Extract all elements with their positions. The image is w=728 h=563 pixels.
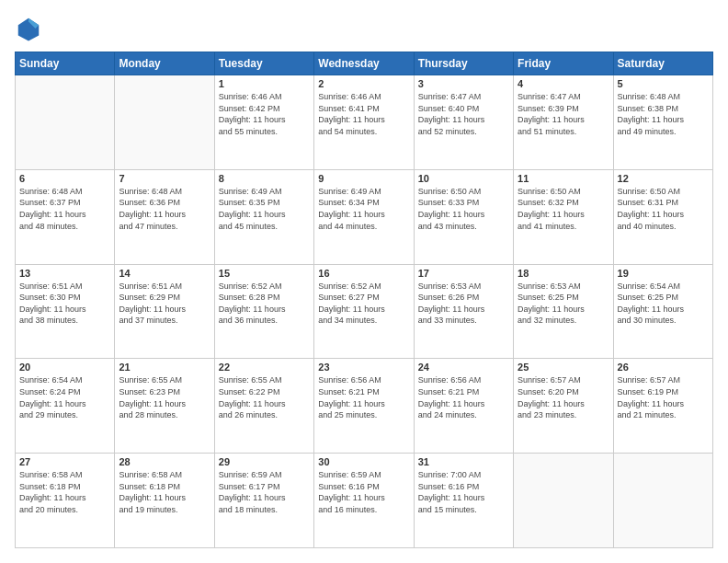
calendar-cell: 22Sunrise: 6:55 AM Sunset: 6:22 PM Dayli… [214, 359, 313, 454]
weekday-header-friday: Friday [514, 52, 613, 75]
day-info: Sunrise: 6:50 AM Sunset: 6:33 PM Dayligh… [418, 186, 509, 232]
day-info: Sunrise: 6:48 AM Sunset: 6:38 PM Dayligh… [618, 91, 709, 137]
day-info: Sunrise: 6:47 AM Sunset: 6:39 PM Dayligh… [518, 91, 609, 137]
calendar-cell: 4Sunrise: 6:47 AM Sunset: 6:39 PM Daylig… [514, 75, 613, 170]
day-number: 26 [618, 362, 709, 373]
day-info: Sunrise: 6:54 AM Sunset: 6:24 PM Dayligh… [19, 374, 110, 420]
day-number: 20 [19, 362, 110, 373]
logo [15, 15, 46, 42]
day-number: 10 [418, 173, 509, 184]
calendar-cell: 24Sunrise: 6:56 AM Sunset: 6:21 PM Dayli… [414, 359, 513, 454]
calendar-cell: 16Sunrise: 6:52 AM Sunset: 6:27 PM Dayli… [314, 264, 414, 359]
calendar-cell: 25Sunrise: 6:57 AM Sunset: 6:20 PM Dayli… [514, 359, 613, 454]
week-row-5: 27Sunrise: 6:58 AM Sunset: 6:18 PM Dayli… [16, 454, 713, 548]
day-number: 3 [418, 78, 509, 89]
calendar-cell: 5Sunrise: 6:48 AM Sunset: 6:38 PM Daylig… [613, 75, 712, 170]
calendar-cell: 3Sunrise: 6:47 AM Sunset: 6:40 PM Daylig… [414, 75, 513, 170]
weekday-header-wednesday: Wednesday [314, 52, 414, 75]
day-info: Sunrise: 6:55 AM Sunset: 6:23 PM Dayligh… [119, 374, 210, 420]
day-info: Sunrise: 6:58 AM Sunset: 6:18 PM Dayligh… [119, 469, 210, 515]
calendar-cell: 6Sunrise: 6:48 AM Sunset: 6:37 PM Daylig… [16, 169, 115, 264]
calendar-cell: 8Sunrise: 6:49 AM Sunset: 6:35 PM Daylig… [214, 169, 313, 264]
calendar-cell: 12Sunrise: 6:50 AM Sunset: 6:31 PM Dayli… [613, 169, 712, 264]
calendar-cell: 9Sunrise: 6:49 AM Sunset: 6:34 PM Daylig… [314, 169, 414, 264]
header [15, 15, 713, 42]
calendar-cell: 27Sunrise: 6:58 AM Sunset: 6:18 PM Dayli… [16, 454, 115, 548]
calendar-cell: 28Sunrise: 6:58 AM Sunset: 6:18 PM Dayli… [115, 454, 214, 548]
day-number: 2 [318, 78, 409, 89]
calendar-cell: 23Sunrise: 6:56 AM Sunset: 6:21 PM Dayli… [314, 359, 414, 454]
day-number: 1 [219, 78, 310, 89]
day-number: 27 [19, 456, 110, 467]
calendar-cell: 26Sunrise: 6:57 AM Sunset: 6:19 PM Dayli… [613, 359, 712, 454]
calendar-cell: 10Sunrise: 6:50 AM Sunset: 6:33 PM Dayli… [414, 169, 513, 264]
calendar-cell: 17Sunrise: 6:53 AM Sunset: 6:26 PM Dayli… [414, 264, 513, 359]
day-info: Sunrise: 6:52 AM Sunset: 6:28 PM Dayligh… [219, 281, 310, 327]
day-number: 28 [119, 456, 210, 467]
day-number: 25 [518, 362, 609, 373]
day-info: Sunrise: 6:53 AM Sunset: 6:26 PM Dayligh… [418, 281, 509, 327]
day-info: Sunrise: 6:59 AM Sunset: 6:16 PM Dayligh… [318, 469, 409, 515]
calendar-cell [613, 454, 712, 548]
weekday-header-monday: Monday [115, 52, 214, 75]
day-number: 12 [618, 173, 709, 184]
calendar-cell: 7Sunrise: 6:48 AM Sunset: 6:36 PM Daylig… [115, 169, 214, 264]
calendar-cell: 19Sunrise: 6:54 AM Sunset: 6:25 PM Dayli… [613, 264, 712, 359]
day-number: 15 [219, 268, 310, 279]
day-info: Sunrise: 7:00 AM Sunset: 6:16 PM Dayligh… [418, 469, 509, 515]
day-number: 14 [119, 268, 210, 279]
weekday-header-sunday: Sunday [16, 52, 115, 75]
day-number: 17 [418, 268, 509, 279]
day-info: Sunrise: 6:57 AM Sunset: 6:19 PM Dayligh… [618, 374, 709, 420]
calendar-cell: 15Sunrise: 6:52 AM Sunset: 6:28 PM Dayli… [214, 264, 313, 359]
calendar-cell: 1Sunrise: 6:46 AM Sunset: 6:42 PM Daylig… [214, 75, 313, 170]
calendar-cell [115, 75, 214, 170]
day-number: 6 [19, 173, 110, 184]
calendar-cell: 30Sunrise: 6:59 AM Sunset: 6:16 PM Dayli… [314, 454, 414, 548]
day-info: Sunrise: 6:47 AM Sunset: 6:40 PM Dayligh… [418, 91, 509, 137]
day-number: 31 [418, 456, 509, 467]
calendar-cell: 14Sunrise: 6:51 AM Sunset: 6:29 PM Dayli… [115, 264, 214, 359]
week-row-4: 20Sunrise: 6:54 AM Sunset: 6:24 PM Dayli… [16, 359, 713, 454]
logo-icon [15, 15, 42, 42]
calendar-cell: 13Sunrise: 6:51 AM Sunset: 6:30 PM Dayli… [16, 264, 115, 359]
day-number: 4 [518, 78, 609, 89]
weekday-header-saturday: Saturday [613, 52, 712, 75]
calendar-cell: 20Sunrise: 6:54 AM Sunset: 6:24 PM Dayli… [16, 359, 115, 454]
day-info: Sunrise: 6:53 AM Sunset: 6:25 PM Dayligh… [518, 281, 609, 327]
calendar-cell: 18Sunrise: 6:53 AM Sunset: 6:25 PM Dayli… [514, 264, 613, 359]
week-row-3: 13Sunrise: 6:51 AM Sunset: 6:30 PM Dayli… [16, 264, 713, 359]
weekday-header-thursday: Thursday [414, 52, 513, 75]
day-info: Sunrise: 6:58 AM Sunset: 6:18 PM Dayligh… [19, 469, 110, 515]
day-number: 9 [318, 173, 409, 184]
week-row-2: 6Sunrise: 6:48 AM Sunset: 6:37 PM Daylig… [16, 169, 713, 264]
week-row-1: 1Sunrise: 6:46 AM Sunset: 6:42 PM Daylig… [16, 75, 713, 170]
day-info: Sunrise: 6:55 AM Sunset: 6:22 PM Dayligh… [219, 374, 310, 420]
day-number: 5 [618, 78, 709, 89]
day-info: Sunrise: 6:46 AM Sunset: 6:42 PM Dayligh… [219, 91, 310, 137]
day-info: Sunrise: 6:54 AM Sunset: 6:25 PM Dayligh… [618, 281, 709, 327]
day-number: 29 [219, 456, 310, 467]
page: SundayMondayTuesdayWednesdayThursdayFrid… [0, 0, 728, 563]
calendar-cell [16, 75, 115, 170]
day-number: 23 [318, 362, 409, 373]
day-info: Sunrise: 6:48 AM Sunset: 6:36 PM Dayligh… [119, 186, 210, 232]
day-number: 13 [19, 268, 110, 279]
day-number: 24 [418, 362, 509, 373]
day-info: Sunrise: 6:49 AM Sunset: 6:35 PM Dayligh… [219, 186, 310, 232]
day-info: Sunrise: 6:51 AM Sunset: 6:30 PM Dayligh… [19, 281, 110, 327]
day-info: Sunrise: 6:49 AM Sunset: 6:34 PM Dayligh… [318, 186, 409, 232]
day-info: Sunrise: 6:56 AM Sunset: 6:21 PM Dayligh… [318, 374, 409, 420]
calendar-cell [514, 454, 613, 548]
day-info: Sunrise: 6:51 AM Sunset: 6:29 PM Dayligh… [119, 281, 210, 327]
weekday-header-tuesday: Tuesday [214, 52, 313, 75]
calendar-table: SundayMondayTuesdayWednesdayThursdayFrid… [15, 52, 713, 548]
day-number: 18 [518, 268, 609, 279]
calendar-cell: 2Sunrise: 6:46 AM Sunset: 6:41 PM Daylig… [314, 75, 414, 170]
day-number: 30 [318, 456, 409, 467]
day-number: 22 [219, 362, 310, 373]
day-info: Sunrise: 6:57 AM Sunset: 6:20 PM Dayligh… [518, 374, 609, 420]
calendar-cell: 29Sunrise: 6:59 AM Sunset: 6:17 PM Dayli… [214, 454, 313, 548]
day-info: Sunrise: 6:46 AM Sunset: 6:41 PM Dayligh… [318, 91, 409, 137]
weekday-header-row: SundayMondayTuesdayWednesdayThursdayFrid… [16, 52, 713, 75]
